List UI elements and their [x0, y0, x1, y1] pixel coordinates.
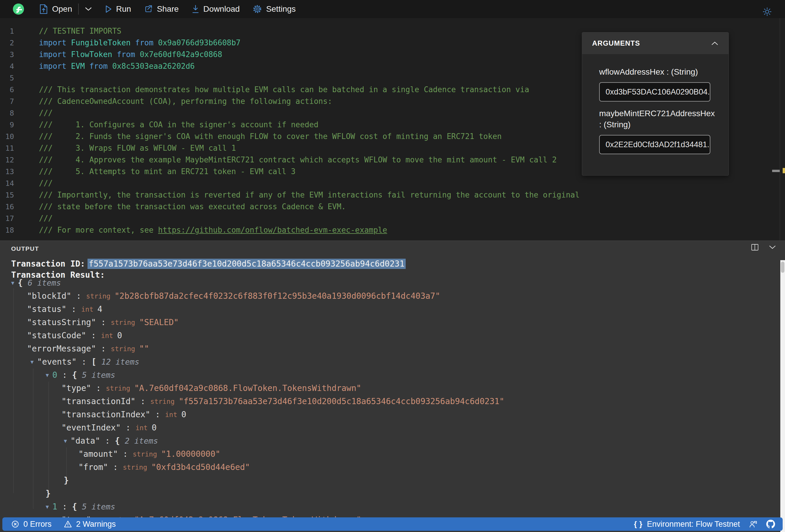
toolbar: Open Run Share — [0, 0, 785, 18]
collapse-triangle-icon[interactable]: ▼ — [46, 504, 49, 510]
transaction-id-label: Transaction ID: — [11, 259, 85, 269]
toolbar-separator — [78, 3, 79, 15]
collapse-triangle-icon[interactable]: ▼ — [46, 372, 49, 378]
line-number: 8 — [0, 107, 14, 119]
output-title: OUTPUT — [11, 245, 39, 252]
warnings-status[interactable]: 2 Warnings — [64, 520, 116, 529]
editor-scrollbar-thumb[interactable] — [772, 170, 780, 172]
output-scrollbar-track[interactable] — [780, 260, 785, 532]
line-number: 10 — [0, 131, 14, 143]
environment-label: Environment: Flow Testnet — [647, 520, 740, 529]
arguments-title: ARGUMENTS — [592, 39, 640, 47]
collapse-output-chevron-icon[interactable] — [768, 245, 776, 250]
line-number: 13 — [0, 166, 14, 178]
open-button[interactable]: Open — [39, 4, 72, 14]
status-bar: 0 Errors 2 Warnings { } Environment: Flo… — [2, 517, 783, 531]
theme-toggle-button[interactable] — [762, 7, 772, 17]
line-number: 5 — [0, 72, 14, 84]
json-tree-row: "type" : string "A.7e60df042a9c0868.Flow… — [0, 382, 773, 395]
flow-logo-icon — [13, 3, 24, 15]
json-tree-row: "statusString" : string "SEALED" — [0, 316, 773, 329]
code-line: 18/// For more context, see https://gith… — [0, 224, 785, 236]
share-button[interactable]: Share — [144, 4, 179, 14]
json-tree-row: "status" : int 4 — [0, 303, 773, 316]
json-result-tree: ▼{ 6 items"blockId" : string "2b28cbfb87… — [0, 276, 773, 527]
code-line: 16/// state before the transaction was e… — [0, 201, 785, 212]
arguments-panel-body: wflowAddressHex : (String) 0xd3bF53DAC10… — [582, 54, 729, 175]
open-file-icon — [39, 4, 48, 14]
collapse-triangle-icon[interactable]: ▼ — [30, 359, 34, 365]
line-number: 16 — [0, 201, 14, 213]
settings-label: Settings — [266, 4, 296, 14]
run-label: Run — [116, 4, 131, 14]
json-tree-row: "errorMessage" : string "" — [0, 342, 773, 355]
chevron-down-icon — [84, 7, 92, 11]
open-dropdown-button[interactable] — [84, 7, 92, 11]
line-number: 15 — [0, 189, 14, 201]
json-tree-row: ▼{ 6 items — [0, 276, 773, 289]
arguments-panel-header[interactable]: ARGUMENTS — [582, 32, 729, 54]
collapse-triangle-icon[interactable]: ▼ — [11, 280, 14, 286]
json-tree-row: "from" : string "0xfd3b4cd50d44e6ed" — [0, 461, 773, 474]
line-number: 2 — [0, 37, 14, 49]
line-number: 3 — [0, 49, 14, 60]
code-line: 14/// — [0, 177, 785, 189]
json-tree-row: ▼0 : { 5 items — [0, 369, 773, 382]
run-play-icon — [105, 5, 112, 13]
editor-scrollbar-track[interactable] — [780, 18, 780, 240]
json-tree-row: ▼"events" : [ 12 items — [0, 355, 773, 369]
github-icon — [766, 520, 775, 529]
argument-label: wflowAddressHex : (String) — [599, 67, 710, 78]
environment-status[interactable]: { } Environment: Flow Testnet — [634, 520, 740, 529]
json-tree-row: "blockId" : string "2b28cbfb87da2cfec4f0… — [0, 289, 773, 303]
share-icon — [144, 5, 153, 14]
output-scrollbar-thumb[interactable] — [781, 262, 784, 273]
json-tree-row: ▼1 : { 5 items — [0, 500, 773, 513]
download-label: Download — [203, 4, 240, 14]
json-tree-row: "amount" : string "1.00000000" — [0, 448, 773, 461]
chevron-up-icon[interactable] — [711, 41, 718, 46]
line-number: 4 — [0, 60, 14, 72]
feedback-button[interactable] — [749, 520, 758, 528]
share-label: Share — [157, 4, 179, 14]
sun-icon — [762, 7, 772, 17]
arguments-panel: ARGUMENTS wflowAddressHex : (String) 0xd… — [582, 32, 729, 176]
argument-input-wflow[interactable]: 0xd3bF53DAC106A0290B04... — [599, 82, 710, 102]
gear-icon — [253, 4, 262, 14]
warning-triangle-icon — [64, 520, 72, 528]
line-number: 12 — [0, 154, 14, 166]
download-icon — [192, 5, 199, 14]
braces-icon: { } — [634, 520, 643, 529]
json-tree-row: "statusCode" : int 0 — [0, 329, 773, 342]
json-tree-row: ▼"data" : { 2 items — [0, 434, 773, 448]
json-tree-row: } — [0, 474, 773, 487]
json-tree-row: "transactionIndex" : int 0 — [0, 408, 773, 421]
open-label: Open — [52, 4, 72, 14]
settings-button[interactable]: Settings — [253, 4, 296, 14]
run-button[interactable]: Run — [105, 4, 131, 14]
transaction-id-line: Transaction ID:f557a1573b76aa53e73d46f3e… — [11, 259, 406, 269]
json-tree-row: "transactionId" : string "f557a1573b76aa… — [0, 395, 773, 408]
errors-status[interactable]: 0 Errors — [11, 520, 52, 529]
line-number: 17 — [0, 213, 14, 224]
code-line: 15/// Importantly, the transaction is re… — [0, 189, 785, 201]
error-circle-icon — [11, 520, 19, 528]
code-line: 17/// — [0, 212, 785, 224]
split-panel-icon[interactable] — [751, 244, 759, 251]
line-number: 7 — [0, 96, 14, 107]
argument-label: maybeMintERC721AddressHex : (String) — [599, 108, 705, 130]
warnings-label: 2 Warnings — [76, 520, 116, 529]
download-button[interactable]: Download — [192, 4, 240, 14]
json-tree-row: } — [0, 487, 773, 500]
line-number: 14 — [0, 178, 14, 189]
json-tree-row: "eventIndex" : int 0 — [0, 421, 773, 434]
github-link[interactable] — [766, 520, 775, 529]
overview-warning-marker — [783, 168, 785, 173]
line-number: 18 — [0, 224, 14, 236]
line-number: 11 — [0, 143, 14, 154]
collapse-triangle-icon[interactable]: ▼ — [64, 438, 67, 444]
person-feedback-icon — [749, 520, 758, 528]
output-panel: OUTPUT Transaction ID:f557a1573b76aa53e7… — [0, 240, 785, 532]
line-number: 6 — [0, 84, 14, 96]
argument-input-maybemint[interactable]: 0x2E2Ed0Cfd3AD2f1d34481... — [599, 135, 710, 154]
